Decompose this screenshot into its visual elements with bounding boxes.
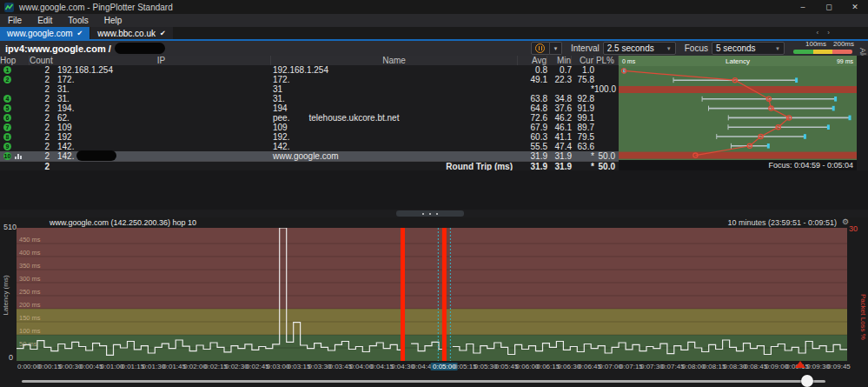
packet-loss-bar — [442, 228, 447, 361]
avg-cell — [518, 84, 547, 94]
column-header-avg[interactable]: Avg — [518, 56, 547, 65]
svg-text:99 ms: 99 ms — [837, 58, 854, 64]
hop-number-badge: 4 — [3, 95, 11, 103]
table-row-hop-10[interactable]: 102142.www.google.com31.931.9*50.0 — [0, 151, 619, 161]
column-header-cur[interactable]: Cur — [572, 56, 594, 65]
time-tick-0:08:00: 0:08:00 — [682, 363, 706, 370]
svg-text:0 ms: 0 ms — [622, 58, 636, 64]
gear-icon[interactable]: ⚙ — [842, 217, 849, 226]
column-header-hop[interactable]: Hop — [0, 56, 30, 65]
redaction-blob — [76, 150, 116, 161]
chevron-down-icon: ▼ — [666, 46, 672, 51]
title-bar: www.google.com - PingPlotter Standard – … — [0, 0, 868, 14]
time-tick-0:01:45: 0:01:45 — [162, 363, 186, 370]
time-tick-0:01:30: 0:01:30 — [142, 363, 165, 370]
time-tick-0:00:00: 0:00:00 — [17, 363, 41, 370]
min-cell: 34.8 — [547, 94, 572, 103]
current-marker — [795, 77, 798, 83]
min-cell: 0.7 — [547, 65, 572, 75]
close-button[interactable]: ✕ — [842, 0, 868, 14]
min-cell — [547, 84, 572, 94]
timeline-scrollbar — [0, 375, 868, 387]
timeline-range-label[interactable]: 10 minutes (23:59:51 - 0:09:51) — [727, 218, 837, 227]
app-logo-icon — [4, 3, 14, 12]
tab-scroll-arrows[interactable]: ‹ › — [816, 29, 833, 37]
svg-text:350 ms: 350 ms — [19, 262, 41, 270]
table-row-hop-2[interactable]: 22172.172.49.122.375.8 — [0, 75, 619, 84]
table-row-hop-6[interactable]: 6262.pee.telehouse.ukcore.bt.net72.646.2… — [0, 113, 619, 123]
table-row-hop-4[interactable]: 4231.31.63.834.892.8 — [0, 94, 619, 103]
hop-cell: 8 — [0, 132, 30, 142]
time-tick-0:06:00: 0:06:00 — [516, 363, 540, 370]
time-tick-0:04:00: 0:04:00 — [349, 363, 373, 370]
menu-tools[interactable]: Tools — [60, 14, 96, 27]
current-marker — [827, 124, 830, 130]
time-tick-0:08:15: 0:08:15 — [703, 363, 726, 370]
column-header-ip[interactable]: IP — [52, 56, 271, 65]
column-header-name[interactable]: Name — [271, 56, 518, 65]
splitter-handle[interactable] — [396, 210, 464, 217]
menu-edit[interactable]: Edit — [30, 14, 60, 27]
warning-triangle-icon[interactable] — [795, 361, 805, 368]
name-cell: 31. — [271, 94, 518, 103]
table-row-hop-7[interactable]: 7210910967.946.189.7 — [0, 123, 619, 132]
packetloss-cell: 50.0 — [594, 151, 619, 161]
menu-help[interactable]: Help — [96, 14, 130, 27]
maximize-button[interactable]: ◻ — [816, 0, 842, 14]
time-tick-0:09:45: 0:09:45 — [827, 363, 851, 370]
svg-text:Latency: Latency — [726, 57, 750, 65]
scrollbar-thumb[interactable] — [801, 375, 813, 387]
column-header-count[interactable]: Count — [30, 56, 52, 65]
hop-latency-graph[interactable]: 0 msLatency99 ms Focus: 0:04:59 - 0:05:0… — [619, 56, 857, 170]
time-tick-0:01:00: 0:01:00 — [101, 363, 124, 370]
ip-cell: 142. — [52, 151, 271, 161]
interval-select[interactable]: 2.5 seconds▼ — [603, 42, 676, 55]
name-cell: 31 — [271, 84, 518, 94]
y-axis-max: 510 — [3, 223, 17, 231]
pause-dropdown-button[interactable]: ▼ — [550, 42, 562, 55]
timeline-plot[interactable]: 450 ms400 ms350 ms300 ms250 ms200 ms150 … — [17, 228, 847, 361]
count-cell: 2 — [30, 151, 52, 161]
tab-www.bbc.co.uk[interactable]: www.bbc.co.uk✔ — [90, 27, 172, 39]
name-cell: 192.168.1.254 — [271, 65, 518, 75]
latency-color-scale: 100ms200ms — [793, 43, 852, 56]
time-tick-0:06:15: 0:06:15 — [536, 363, 560, 370]
table-row-hop-1[interactable]: 12192.168.1.254192.168.1.2540.80.71.0 — [0, 65, 619, 75]
menu-file[interactable]: File — [0, 14, 30, 27]
avg-cell: 67.9 — [518, 123, 547, 132]
avg-cell: 31.9 — [518, 151, 547, 161]
minimize-button[interactable]: – — [790, 0, 816, 14]
table-header: HopCountIPNameAvgMinCurPL% — [0, 56, 619, 65]
hop-number-badge: 8 — [3, 133, 11, 141]
packetloss-cell — [594, 142, 619, 151]
min-cell: 41.1 — [547, 132, 572, 142]
avg-cell: 63.8 — [518, 94, 547, 103]
hop-number-badge: 1 — [3, 66, 11, 74]
packetloss-cell — [594, 103, 619, 113]
focus-select[interactable]: 5 seconds▼ — [712, 42, 785, 55]
count-cell: 2 — [30, 142, 52, 151]
hop-cell: 7 — [0, 123, 30, 132]
name-cell: 142. — [271, 142, 518, 151]
focus-range-label: Focus: 0:04:59 - 0:05:04 — [619, 160, 857, 170]
cur-cell: 79.5 — [572, 132, 594, 142]
table-row-hop-3[interactable]: 231.31*100.0 — [0, 84, 619, 94]
name-cell: www.google.com — [271, 151, 518, 161]
scrollbar-track[interactable] — [22, 380, 825, 383]
time-tick-0:08:45: 0:08:45 — [744, 363, 767, 370]
tab-www.google.com[interactable]: www.google.com✔ — [0, 27, 89, 39]
cur-cell: 89.7 — [572, 123, 594, 132]
pause-button[interactable] — [531, 42, 550, 55]
min-cell: 37.6 — [547, 103, 572, 113]
table-row-hop-5[interactable]: 52194.19464.837.691.9 — [0, 103, 619, 113]
table-row-hop-8[interactable]: 82192192.60.341.179.5 — [0, 132, 619, 142]
hop-number-badge: 2 — [3, 76, 11, 83]
check-icon: ✔ — [160, 30, 166, 37]
column-header-pl[interactable]: PL% — [594, 56, 619, 65]
hop-cell: 2 — [0, 75, 30, 84]
focus-label: Focus — [685, 43, 708, 53]
column-header-min[interactable]: Min — [547, 56, 572, 65]
current-marker — [832, 106, 835, 111]
count-cell: 2 — [30, 123, 52, 132]
time-tick-0:07:00: 0:07:00 — [599, 363, 622, 370]
